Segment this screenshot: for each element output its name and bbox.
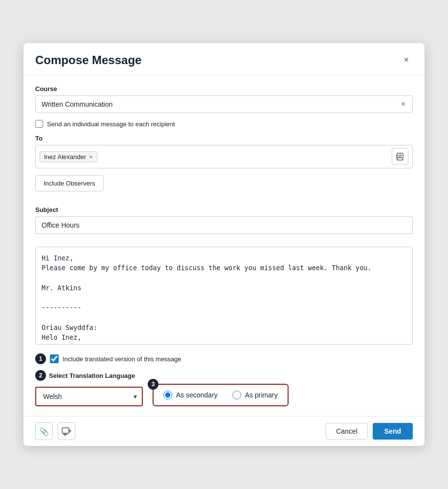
individual-message-row: Send an individual message to each recip… [35,120,413,128]
message-section: Hi Inez, Please come by my office today … [35,247,413,347]
attach-icon: 📎 [39,427,49,436]
address-book-icon [396,152,404,161]
translate-row: 1 Include translated version of this mes… [35,353,413,364]
recipient-name: Inez Alexander [44,153,86,161]
as-primary-label: As primary [245,391,278,399]
close-button[interactable]: × [400,53,413,67]
modal-title: Compose Message [35,53,141,67]
step1-badge: 1 [35,353,46,364]
modal-overlay: Compose Message × Course Written Communi… [0,0,448,489]
step3-badge: 3 [148,379,158,390]
to-label: To [35,135,413,142]
modal-header: Compose Message × [23,43,425,75]
course-section: Course Written Communication × [35,85,413,113]
as-secondary-option[interactable]: As secondary [163,391,218,399]
subject-label: Subject [35,206,413,213]
as-primary-radio[interactable] [232,391,241,399]
course-label: Course [35,85,413,93]
translation-options-row: 2 Select Translation Language Welsh Span… [35,370,413,406]
step2-badge: 2 [35,370,46,381]
footer-left: 📎 [35,422,75,440]
translate-checkbox[interactable] [50,354,59,363]
footer-right: Cancel Send [326,423,413,440]
to-field-wrapper: Inez Alexander × [35,145,413,168]
svg-point-1 [399,155,402,158]
cancel-button[interactable]: Cancel [326,423,368,440]
to-section: To Inez Alexander × [35,135,413,168]
course-clear-button[interactable]: × [400,100,406,109]
individual-message-checkbox[interactable] [35,120,43,128]
include-observers-button[interactable]: Include Observers [35,175,104,191]
media-icon [62,427,71,436]
svg-rect-5 [62,428,69,433]
subject-section: Subject [35,206,413,240]
media-button[interactable] [58,422,75,440]
modal-body: Course Written Communication × Send an i… [23,75,425,416]
language-select-wrapper: Welsh Spanish French German Arabic Chine… [35,387,143,406]
subject-input[interactable] [35,216,413,234]
modal-footer: 📎 Cancel Send [23,416,425,446]
compose-message-modal: Compose Message × Course Written Communi… [23,43,425,446]
recipient-tag: Inez Alexander × [40,151,97,163]
language-select-label: Select Translation Language [49,372,135,379]
course-input-wrapper: Written Communication × [35,95,413,113]
individual-message-label: Send an individual message to each recip… [47,120,175,128]
radio-group-box: 3 As secondary As primary [153,384,289,406]
language-selector-col: 2 Select Translation Language Welsh Span… [35,370,143,406]
course-value: Written Communication [42,100,400,108]
as-primary-option[interactable]: As primary [232,391,278,399]
as-secondary-label: As secondary [176,391,218,399]
svg-marker-6 [69,430,71,433]
address-book-button[interactable] [392,148,408,165]
language-label-row: 2 Select Translation Language [35,370,143,381]
message-textarea[interactable]: Hi Inez, Please come by my office today … [35,247,413,345]
recipient-remove-button[interactable]: × [89,154,93,160]
translate-label: Include translated version of this messa… [63,355,181,363]
attach-button[interactable]: 📎 [35,422,53,440]
radio-group-col: 3 As secondary As primary [153,370,413,406]
language-select[interactable]: Welsh Spanish French German Arabic Chine… [35,387,143,406]
include-observers-section: Include Observers [35,175,413,199]
send-button[interactable]: Send [373,423,413,440]
as-secondary-radio[interactable] [163,391,172,399]
